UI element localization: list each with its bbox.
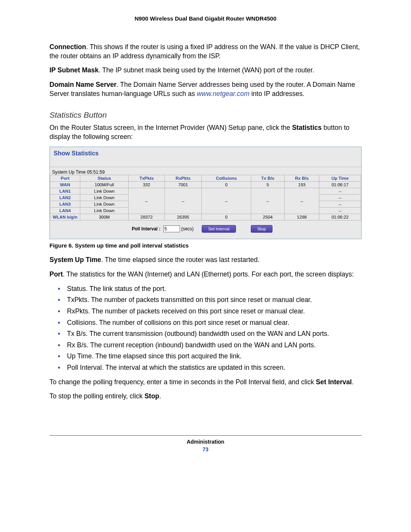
- cell-up: --: [319, 188, 361, 195]
- statistics-panel: Show Statistics System Up Time 05:51:59 …: [49, 147, 362, 239]
- term-status: Status: [67, 285, 86, 292]
- cell-rxbs: 193: [285, 182, 319, 188]
- footer-rule: [49, 435, 362, 436]
- term-collisions: Collisions: [67, 319, 96, 326]
- page-footer: Administration 73: [49, 439, 362, 452]
- term-poll-interval: Poll Interval: [67, 364, 102, 371]
- cell-col: 0: [202, 214, 251, 220]
- poll-interval-unit: (secs): [181, 226, 194, 232]
- text-port: . The statistics for the WAN (Internet) …: [63, 270, 354, 278]
- cell-status: Link Down: [80, 208, 129, 214]
- term-connection: Connection: [49, 43, 86, 51]
- paragraph-dns: Domain Name Server. The Domain Name Serv…: [49, 80, 362, 98]
- cell-txbs: 5: [251, 182, 284, 188]
- list-item: Up Time. The time elapsed since this por…: [49, 352, 362, 361]
- th-rxpkts: RxPkts: [164, 175, 201, 182]
- cell-up: --: [319, 201, 361, 208]
- stop-button[interactable]: Stop: [251, 225, 272, 233]
- set-interval-button[interactable]: Set Interval: [202, 225, 236, 233]
- list-item: TxPkts. The number of packets transmitte…: [49, 296, 362, 305]
- table-row: WAN 100M/Full 332 7001 0 5 193 01:06:17: [50, 182, 361, 188]
- term-uptime: Up Time: [67, 352, 92, 360]
- cell-up: 01:06:17: [319, 182, 361, 188]
- term-dns: Domain Name Server: [49, 81, 116, 88]
- term-rxbs: Rx B/s: [67, 341, 87, 349]
- th-txbs: Tx B/s: [251, 175, 284, 182]
- statistics-table: Port Status TxPkts RxPkts Collisions Tx …: [50, 175, 361, 220]
- text-ip-subnet: . The IP subnet mask being used by the I…: [99, 66, 314, 74]
- text-connection: . This shows if the router is using a fi…: [49, 43, 360, 60]
- list-item: Status. The link status of the port.: [49, 284, 362, 294]
- paragraph-ip-subnet: IP Subnet Mask. The IP subnet mask being…: [49, 66, 362, 75]
- cell-rx: 7001: [164, 182, 201, 188]
- panel-footer: Poll Interval : (secs) Set Interval Stop: [50, 220, 361, 239]
- term-stop: Stop: [145, 392, 159, 400]
- term-ip-subnet: IP Subnet Mask: [49, 66, 99, 74]
- list-item: Poll Interval. The interval at which the…: [49, 363, 362, 372]
- paragraph-port: Port. The statistics for the WAN (Intern…: [49, 270, 362, 279]
- text-dns-post: into IP addresses.: [250, 90, 305, 97]
- cell-status: Link Down: [80, 195, 129, 201]
- th-status: Status: [80, 175, 129, 182]
- section-title-statistics-button: Statistics Button: [49, 110, 362, 120]
- text-txpkts: . The number of packets transmitted on t…: [87, 296, 312, 304]
- cell-rx: --: [164, 188, 201, 214]
- term-set-interval: Set Interval: [316, 378, 352, 386]
- text-txbs: . The current transmission (outbound) ba…: [86, 330, 329, 337]
- th-uptime: Up Time: [319, 175, 361, 182]
- cell-port: LAN3: [50, 201, 80, 208]
- cell-rxbs: --: [285, 188, 319, 214]
- footer-section: Administration: [187, 439, 225, 445]
- definition-list: Status. The link status of the port. TxP…: [49, 284, 362, 372]
- text-system-uptime: . The time elapsed since the router was …: [101, 256, 260, 264]
- text-stats-intro-pre: On the Router Status screen, in the Inte…: [49, 124, 292, 131]
- link-netgear[interactable]: www.netgear.com: [197, 90, 249, 97]
- cell-up: --: [319, 195, 361, 201]
- poll-interval-input[interactable]: [163, 225, 180, 232]
- panel-title: Show Statistics: [50, 147, 361, 167]
- term-port: Port: [49, 270, 63, 278]
- cell-status: Link Down: [80, 188, 129, 195]
- cell-up: 01:06:22: [319, 214, 361, 220]
- list-item: RxPkts. The number of packets received o…: [49, 307, 362, 316]
- paragraph-change-poll: To change the polling frequency, enter a…: [49, 378, 362, 387]
- text-stop-pre: To stop the polling entirely, click: [49, 392, 145, 400]
- cell-port: WLAN b/g/n: [50, 214, 80, 220]
- uptime-label: System Up Time: [52, 169, 86, 175]
- table-header-row: Port Status TxPkts RxPkts Collisions Tx …: [50, 175, 361, 182]
- text-uptime: . The time elapsed since this port acqui…: [92, 352, 242, 360]
- cell-col: 0: [202, 182, 251, 188]
- cell-txbs: 2504: [251, 214, 284, 220]
- cell-status: Link Down: [80, 201, 129, 208]
- cell-txbs: --: [251, 188, 284, 214]
- th-txpkts: TxPkts: [129, 175, 165, 182]
- text-status: . The link status of the port.: [86, 285, 166, 292]
- uptime-value: 05:51:59: [87, 169, 105, 175]
- paragraph-stop-poll: To stop the polling entirely, click Stop…: [49, 392, 362, 401]
- text-poll-interval: . The interval at which the statistics a…: [102, 364, 285, 371]
- cell-status: 100M/Full: [80, 182, 129, 188]
- document-header: N900 Wireless Dual Band Gigabit Router W…: [49, 15, 362, 22]
- paragraph-stats-intro: On the Router Status screen, in the Inte…: [49, 123, 362, 141]
- cell-rx: 26395: [164, 214, 201, 220]
- text-rxbs: . The current reception (inbound) bandwi…: [87, 341, 316, 349]
- cell-port: LAN2: [50, 195, 80, 201]
- list-item: Rx B/s. The current reception (inbound) …: [49, 341, 362, 350]
- system-uptime-row: System Up Time 05:51:59: [50, 167, 361, 175]
- text-collisions: . The number of collisions on this port …: [96, 319, 289, 326]
- table-row: LAN1 Link Down -- -- -- -- -- --: [50, 188, 361, 195]
- term-rxpkts: RxPkts: [67, 307, 88, 315]
- text-rxpkts: . The number of packets received on this…: [88, 307, 305, 315]
- th-port: Port: [50, 175, 80, 182]
- list-item: Tx B/s. The current transmission (outbou…: [49, 329, 362, 339]
- list-item: Collisions. The number of collisions on …: [49, 318, 362, 328]
- cell-status: 300M: [80, 214, 129, 220]
- paragraph-system-uptime: System Up Time. The time elapsed since t…: [49, 256, 362, 265]
- cell-port: LAN4: [50, 208, 80, 214]
- cell-port: LAN1: [50, 188, 80, 195]
- table-row: WLAN b/g/n 300M 28372 26395 0 2504 1298 …: [50, 214, 361, 220]
- term-system-uptime: System Up Time: [49, 256, 101, 264]
- text-change-poll: To change the polling frequency, enter a…: [49, 378, 316, 386]
- cell-tx: 28372: [129, 214, 165, 220]
- footer-page-number: 73: [49, 446, 362, 452]
